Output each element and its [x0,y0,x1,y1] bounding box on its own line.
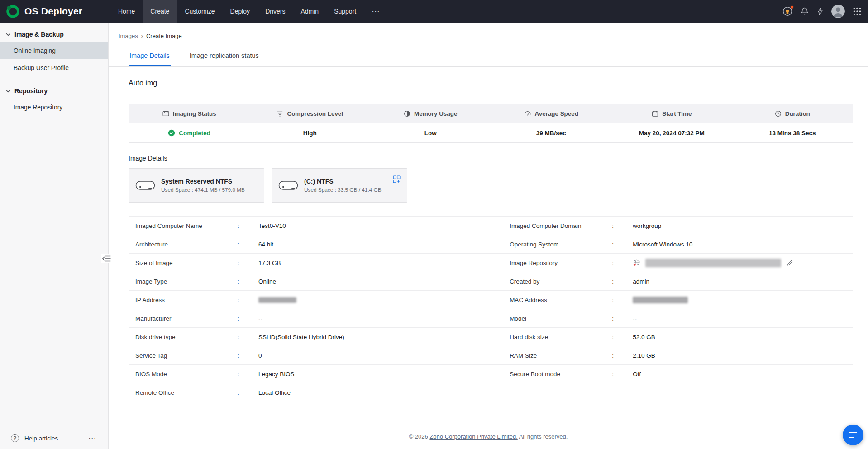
sidebar-item-image-repository[interactable]: Image Repository [0,99,108,116]
redacted-mac-address [633,297,688,303]
sidebar: Image & Backup Online Imaging Backup Use… [0,23,109,449]
detail-value: 64 bit [258,241,273,248]
disk-drive-icon [135,179,155,192]
edit-pencil-icon[interactable] [787,260,793,266]
notification-badge [790,5,794,9]
topbar: OS Deployer Home Create Customize Deploy… [0,0,868,23]
table-row: Architecture:64 bit Operating System:Mic… [129,235,853,254]
detail-value: -- [258,315,262,322]
disk-drive-icon [278,179,298,192]
sidebar-section-header-image-backup[interactable]: Image & Backup [0,31,108,42]
detail-key: Imaged Computer Domain [510,222,612,229]
partition-name: System Reserved NTFS [161,178,245,185]
breadcrumb-separator: › [141,33,143,39]
detail-colon: : [612,352,633,359]
detail-key: IP Address [135,297,238,303]
nav-deploy[interactable]: Deploy [223,0,258,23]
nav-admin[interactable]: Admin [293,0,326,23]
imaging-status-icon [162,110,169,117]
tab-bar: Image Details Image replication status [109,52,868,67]
memory-usage-icon [404,110,410,117]
detail-value: -- [633,315,637,322]
chevron-down-icon [6,33,10,36]
compression-level-icon [277,110,283,117]
detail-colon: : [238,352,258,359]
breadcrumb-current: Create Image [146,33,182,39]
completed-check-icon [168,129,175,137]
announcements-icon[interactable] [782,6,792,16]
tab-image-details[interactable]: Image Details [129,52,171,66]
detail-value: Legacy BIOS [258,371,295,378]
detail-key: Service Tag [135,352,238,359]
nav-home[interactable]: Home [110,0,143,23]
detail-colon: : [238,241,258,248]
footer: © 2026 Zoho Corporation Private Limited.… [109,427,868,449]
notifications-bell-icon[interactable] [800,7,809,16]
detail-colon: : [238,315,258,322]
sidebar-item-backup-user-profile[interactable]: Backup User Profile [0,59,108,76]
detail-colon: : [612,371,633,378]
detail-value: 17.3 GB [258,260,281,266]
nav-create[interactable]: Create [143,0,177,23]
image-details-heading: Image Details [129,155,853,162]
detail-colon: : [612,315,633,322]
compression-level-value: High [250,123,371,142]
topbar-actions [782,5,862,18]
detail-colon: : [612,241,633,248]
detail-key: Created by [510,278,612,285]
table-row: Disk drive type:SSHD(Solid State Hybrid … [129,328,853,346]
imaging-status-value: Completed [179,130,210,137]
sidebar-section-repository: Repository Image Repository [0,87,108,116]
nav-support[interactable]: Support [326,0,364,23]
footer-company-link[interactable]: Zoho Corporation Private Limited. [429,433,517,440]
mac-address-value [633,297,688,303]
status-col-memory: Memory Usage [370,104,491,123]
status-col-label: Start Time [662,110,692,117]
image-name-heading: Auto img [129,79,853,95]
detail-colon: : [238,222,258,229]
table-row: Size of Image:17.3 GB Image Repository: [129,254,853,272]
user-avatar[interactable] [831,5,845,18]
app-title: OS Deployer [24,6,82,17]
chat-support-button[interactable] [843,425,863,445]
content-area: Auto img Imaging Status Compression L [109,67,868,402]
apps-grid-icon[interactable] [853,7,862,16]
detail-key: Image Type [135,278,238,285]
more-options-icon[interactable]: ⋯ [88,434,96,443]
detail-key: Imaged Computer Name [135,222,238,229]
breadcrumb-images-link[interactable]: Images [119,33,138,39]
quick-actions-bolt-icon[interactable] [817,7,824,16]
nav-drivers[interactable]: Drivers [258,0,293,23]
partition-card-system-reserved[interactable]: System Reserved NTFS Used Space : 474.1 … [129,168,264,203]
detail-key: Secure Boot mode [510,371,612,378]
sidebar-section-header-repository[interactable]: Repository [0,87,108,99]
collapse-sidebar-icon[interactable] [101,254,111,263]
image-repository-value [633,259,793,267]
status-col-label: Duration [785,110,810,117]
sidebar-item-online-imaging[interactable]: Online Imaging [0,42,108,59]
help-icon[interactable]: ? [11,434,19,442]
detail-key: Manufacturer [135,315,238,322]
table-row: Remote Office:Local Office [129,383,853,402]
nav-more-icon[interactable]: ⋯ [364,0,387,23]
status-col-label: Memory Usage [414,110,457,117]
help-articles-link[interactable]: Help articles [24,435,58,442]
status-col-duration: Duration [732,104,853,123]
breadcrumb: Images›Create Image [109,23,868,39]
partition-card-c-drive[interactable]: (C:) NTFS Used Space : 33.5 GB / 41.4 GB [272,168,407,203]
status-value-imaging-status: Completed [129,123,250,142]
partition-view-icon[interactable] [393,175,401,183]
detail-key: Model [510,315,612,322]
duration-value: 13 Mins 38 Secs [732,123,853,142]
detail-key: Disk drive type [135,334,238,340]
average-speed-value: 39 MB/sec [491,123,612,142]
start-time-icon [652,110,658,117]
table-row: IP Address: MAC Address: [129,291,853,309]
chat-menu-icon [849,431,858,439]
tab-image-replication-status[interactable]: Image replication status [189,52,260,66]
partition-cards: System Reserved NTFS Used Space : 474.1 … [129,168,853,203]
table-row: Image Type:Online Created by:admin [129,272,853,291]
nav-customize[interactable]: Customize [177,0,222,23]
status-col-label: Imaging Status [173,110,216,117]
table-row: BIOS Mode:Legacy BIOS Secure Boot mode:O… [129,365,853,383]
